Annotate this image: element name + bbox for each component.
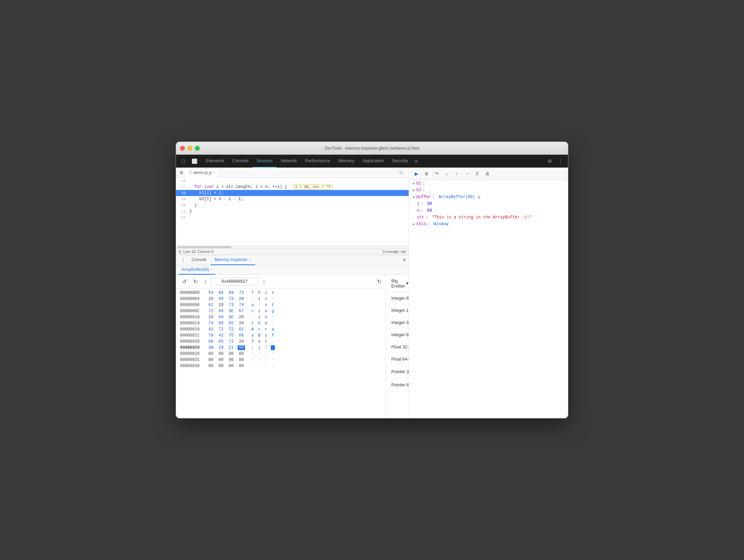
file-tab-close[interactable]: ×	[213, 171, 215, 174]
deactivate-breakpoints-button[interactable]: //	[473, 170, 481, 178]
hex-bytes: 72 69 6E 67	[207, 309, 245, 314]
bottom-panel-options[interactable]: ⋮	[179, 257, 188, 263]
debug-toolbar: ▶ ⏸ ↷ ↓ ↑ → // ⏸	[409, 168, 568, 180]
maximize-button[interactable]	[195, 146, 200, 151]
hex-ascii: r i n g	[250, 309, 275, 314]
scope-item-i: i : 39	[409, 200, 568, 207]
scope-view: ▶ b1 : … ▶ b2 : … ▶ buffer : ArrayBuffer…	[409, 180, 568, 418]
status-bar: {} Line 18, Column 5 Coverage: n/a	[176, 249, 409, 255]
expand-this[interactable]: ▶	[413, 222, 415, 226]
settings-icon[interactable]: ⚙	[545, 156, 554, 166]
bottom-panel-close[interactable]: ×	[403, 257, 406, 263]
hex-row: 00000030 00 00 00 00 ·	[176, 363, 386, 369]
expand-b1[interactable]: ▶	[413, 181, 415, 186]
hex-row: 00000010 20 69 6E 20 ·	[176, 314, 386, 320]
file-tab-icon: { }	[189, 171, 192, 174]
device-icon[interactable]: ⬜	[190, 156, 199, 166]
resume-button[interactable]: ▶	[412, 170, 420, 178]
tab-security[interactable]: Security	[388, 155, 412, 168]
interp-row-ptr64: Pointer 64-bit 0x0 →	[386, 379, 409, 392]
step-out-button[interactable]: ↑	[453, 170, 461, 178]
titlebar: DevTools - memory-inspector.glitch.me/de…	[176, 142, 568, 155]
more-tabs-button[interactable]: »	[412, 157, 420, 166]
pause-button[interactable]: ⏸	[422, 170, 431, 178]
memory-inspector: ArrayBuffer(60) × ↺ ↻ ‹	[176, 265, 409, 418]
tab-sources[interactable]: Sources	[253, 155, 277, 168]
memory-inspector-tab-close[interactable]: ×	[249, 258, 251, 262]
file-tab-demo-js[interactable]: { } demo-js.js ×	[185, 168, 219, 178]
tab-memory[interactable]: Memory	[334, 155, 358, 168]
redo-button[interactable]: ↻	[191, 278, 200, 285]
close-button[interactable]	[180, 146, 185, 151]
arraybuffer-tab-close[interactable]: ×	[211, 268, 213, 272]
file-tab-bar: ⊞ { } demo-js.js × ⊟	[176, 168, 409, 178]
hex-ascii: · i n ·	[250, 315, 275, 320]
hex-ascii: t h e ·	[250, 321, 275, 326]
step-into-button[interactable]: ↓	[443, 170, 451, 178]
hex-ascii: : ) ! .	[250, 345, 275, 350]
step-over-button[interactable]: ↷	[433, 170, 441, 178]
interp-row-int32: Integer 32-bit dec ▾ 0	[386, 317, 409, 329]
code-line-21: 21 }	[176, 208, 409, 214]
hex-bytes: 74 68 65 20	[207, 321, 245, 326]
code-line-20: 20 }	[176, 202, 409, 208]
expand-b2[interactable]: ▶	[413, 188, 415, 192]
code-line-18: 18 b1[i] = i;	[176, 190, 409, 196]
hex-row-selected: 00000024 3A 29 21 00 :	[176, 345, 386, 351]
undo-button[interactable]: ↺	[180, 278, 189, 285]
hex-bytes: 20 69 73 20	[207, 297, 245, 301]
step-button[interactable]: →	[463, 170, 471, 178]
hex-ascii: · · · ·	[250, 351, 275, 356]
format-icon[interactable]: ⊟	[396, 168, 406, 177]
hex-bytes: 00 00 00 00	[207, 358, 245, 362]
hex-ascii: f e r ·	[250, 339, 275, 344]
tab-console-bottom[interactable]: Console	[188, 255, 211, 265]
tab-performance[interactable]: Performance	[301, 155, 334, 168]
file-tabs-right: ⊟	[396, 168, 409, 177]
hex-row: 00000018 41 72 72 61 A	[176, 326, 386, 332]
hex-row: 00000020 66 65 72 20 f	[176, 339, 386, 345]
file-tab-name: demo-js.js	[193, 170, 212, 175]
interpreter-header: Big Endian ▾ ⚙	[386, 275, 409, 292]
interp-row-int16: Integer 16-bit dec ▾ 0	[386, 304, 409, 317]
address-input[interactable]	[211, 278, 258, 285]
hex-bytes: 3A 29 21 00	[207, 345, 245, 350]
tab-application[interactable]: Application	[358, 155, 388, 168]
tab-elements[interactable]: Elements	[202, 155, 228, 168]
brackets-icon: {}	[179, 250, 181, 254]
refresh-button[interactable]: ↻	[377, 278, 381, 285]
interp-row-ptr32: Pointer 32-bit 0x0 →	[386, 365, 409, 379]
minimize-button[interactable]	[188, 146, 192, 151]
interp-row-float64: Float 64-bit dec ▾ 0.00	[386, 353, 409, 365]
devtools-window: DevTools - memory-inspector.glitch.me/de…	[176, 142, 568, 418]
tab-console[interactable]: Console	[228, 155, 253, 168]
more-options-icon[interactable]: ⋮	[556, 156, 565, 166]
pause-on-exceptions-button[interactable]: ⏸	[483, 170, 491, 178]
memory-inspector-content: ↺ ↻ ‹ › ↻ 00000000	[176, 275, 409, 418]
next-address-button[interactable]: ›	[261, 278, 267, 285]
hex-ascii: · · · ·	[250, 358, 275, 362]
hex-ascii: · i s ·	[250, 297, 275, 301]
tab-network[interactable]: Network	[277, 155, 301, 168]
navigator-toggle[interactable]: ⊞	[177, 168, 185, 177]
code-editor: 16 17 for (var i = str.length; i < n; ++…	[176, 178, 409, 245]
traffic-lights	[180, 146, 200, 151]
hex-bytes: 20 69 6E 20	[207, 315, 245, 320]
memory-icon[interactable]: ⊟	[478, 195, 480, 199]
arraybuffer-tab[interactable]: ArrayBuffer(60) ×	[179, 265, 215, 275]
hex-row: 00000028 00 00 00 00 ·	[176, 351, 386, 357]
endian-select[interactable]: Big Endian ▾	[391, 278, 409, 288]
cursor-icon[interactable]: ⬡	[179, 156, 188, 166]
hex-bytes: 00 00 00 00	[207, 364, 245, 368]
arraybuffer-tab-label: ArrayBuffer(60)	[181, 267, 209, 272]
hex-ascii: · · · ·	[250, 364, 275, 368]
interpreter-panel: Big Endian ▾ ⚙ Integer 8-bit dec ▾ 0	[386, 275, 409, 418]
coverage-status: Coverage: n/a	[382, 250, 406, 254]
prev-address-button[interactable]: ‹	[202, 278, 208, 285]
horizontal-scrollbar[interactable]	[177, 246, 232, 248]
hex-row: 00000004 20 69 73 20 ·	[176, 296, 386, 302]
hex-row: 0000001C 79 42 75 66 y	[176, 332, 386, 339]
expand-buffer[interactable]: ▶	[413, 195, 415, 199]
tab-memory-inspector[interactable]: Memory Inspector ×	[211, 255, 255, 265]
interp-row-int64: Integer 64-bit dec ▾ 0	[386, 329, 409, 341]
